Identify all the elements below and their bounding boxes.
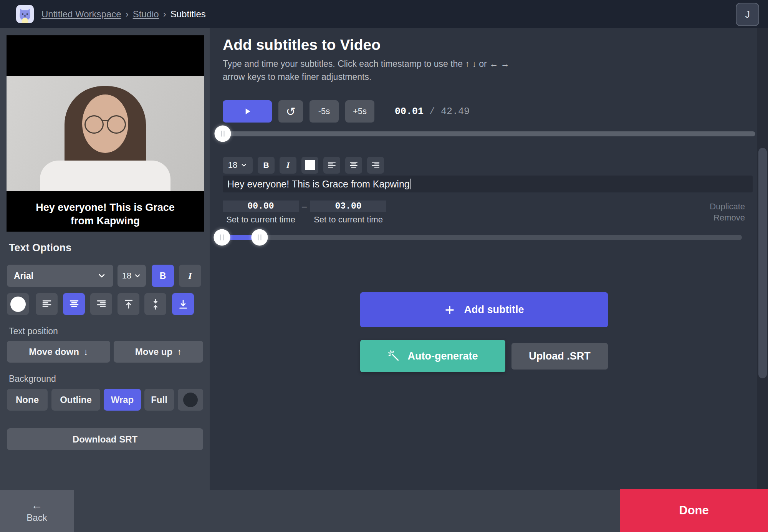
kapwing-logo-icon[interactable] (16, 5, 34, 23)
italic-icon: I (188, 271, 192, 281)
align-right-icon (96, 298, 107, 310)
subtitle-text-value: Hey everyone! This is Grace from Kapwing (227, 179, 410, 190)
subtitle-timing-slider[interactable] (217, 235, 742, 240)
subtitle-font-size-select[interactable]: 18 (223, 157, 253, 174)
glasses-decoration (80, 115, 131, 133)
set-start-to-current-time-link[interactable]: Set to current time (223, 215, 299, 225)
upload-srt-button[interactable]: Upload .SRT (511, 343, 608, 370)
top-bar: Untitled Workspace › Studio › Subtitles … (0, 0, 768, 28)
subtitle-align-center-button[interactable] (345, 157, 362, 174)
bold-button[interactable]: B (152, 265, 174, 287)
breadcrumb-studio-link[interactable]: Studio (133, 9, 159, 20)
timing-start-handle[interactable] (214, 229, 230, 246)
auto-generate-button[interactable]: Auto-generate (360, 340, 505, 372)
move-down-label: Move down (29, 346, 79, 357)
chevron-down-icon (240, 162, 247, 169)
vertical-align-bottom-button[interactable] (172, 293, 194, 315)
bold-icon: B (263, 161, 269, 170)
italic-icon: I (286, 161, 290, 170)
done-button[interactable]: Done (620, 489, 768, 532)
subtitle-italic-button[interactable]: I (280, 157, 296, 174)
play-button[interactable] (223, 100, 272, 123)
color-swatch-dark-icon (183, 393, 198, 407)
video-preview: Hey everyone! This is Grace from Kapwing (7, 35, 204, 232)
main-panel: Add subtitles to Video Type and time you… (210, 28, 757, 490)
breadcrumb-separator: › (163, 9, 166, 20)
text-position-label: Text position (9, 326, 58, 336)
italic-button[interactable]: I (179, 265, 201, 287)
subtitle-toolbar: 18 B I (223, 157, 384, 174)
forward-5s-button[interactable]: +5s (345, 100, 374, 123)
vertical-align-top-icon (123, 298, 134, 310)
remove-link[interactable]: Remove (713, 213, 745, 223)
total-time: 42.49 (441, 106, 470, 117)
background-none-button[interactable]: None (7, 389, 48, 411)
align-center-icon (68, 298, 80, 310)
set-end-to-current-time-link[interactable]: Set to current time (310, 215, 386, 225)
play-icon (242, 106, 252, 116)
font-family-value: Arial (14, 271, 33, 281)
page-description: Type and time your subtitles. Click each… (223, 57, 510, 83)
vertical-align-bottom-icon (177, 298, 189, 310)
breadcrumb-current-page: Subtitles (170, 9, 206, 20)
background-color-button[interactable] (178, 389, 203, 411)
seek-slider[interactable] (217, 131, 755, 136)
text-options-title: Text Options (9, 242, 71, 254)
align-right-button[interactable] (90, 293, 112, 315)
align-center-icon (349, 160, 359, 170)
vertical-align-top-button[interactable] (118, 293, 139, 315)
breadcrumb: Untitled Workspace › Studio › Subtitles (41, 0, 206, 28)
left-sidebar: Hey everyone! This is Grace from Kapwing… (0, 28, 210, 490)
align-center-button[interactable] (63, 293, 85, 315)
align-left-icon (327, 160, 337, 170)
background-wrap-button[interactable]: Wrap (104, 389, 141, 411)
align-left-button[interactable] (36, 293, 58, 315)
subtitle-bold-button[interactable]: B (258, 157, 275, 174)
download-srt-button[interactable]: Download SRT (7, 428, 203, 450)
time-display: 00.01 / 42.49 (395, 106, 470, 117)
align-left-icon (41, 298, 53, 310)
rewind-5s-button[interactable]: -5s (310, 100, 339, 123)
align-right-icon (371, 160, 381, 170)
breadcrumb-workspace-link[interactable]: Untitled Workspace (41, 9, 121, 20)
font-family-select[interactable]: Arial (7, 265, 113, 287)
vertical-align-middle-icon (150, 298, 161, 310)
background-outline-button[interactable]: Outline (51, 389, 100, 411)
start-time-input[interactable]: 00.00 (223, 201, 299, 212)
plus-icon (444, 305, 455, 315)
background-full-button[interactable]: Full (144, 389, 174, 411)
subtitle-align-left-button[interactable] (323, 157, 340, 174)
move-down-button[interactable]: Move down ↓ (7, 341, 110, 363)
arrow-down-icon: ↓ (84, 346, 88, 357)
font-size-select[interactable]: 18 (118, 265, 146, 287)
end-time-input[interactable]: 03.00 (310, 201, 386, 212)
seek-slider-handle[interactable] (215, 126, 231, 142)
time-range-dash: – (302, 201, 307, 212)
vertical-align-middle-button[interactable] (144, 293, 166, 315)
subtitle-align-right-button[interactable] (367, 157, 384, 174)
timing-end-handle[interactable] (252, 229, 268, 246)
page-title: Add subtitles to Video (223, 36, 381, 53)
subtitle-overlay-text: Hey everyone! This is Grace from Kapwing (28, 201, 182, 228)
chevron-down-icon (97, 271, 106, 280)
avatar-initial: J (745, 9, 750, 20)
current-time: 00.01 (395, 106, 424, 117)
text-cursor (410, 179, 411, 189)
color-swatch-white-icon (10, 297, 26, 312)
scrollbar-thumb[interactable] (758, 148, 767, 378)
user-avatar[interactable]: J (736, 3, 759, 26)
cat-logo-icon (18, 8, 31, 23)
move-up-label: Move up (135, 346, 172, 357)
duplicate-link[interactable]: Duplicate (710, 202, 745, 212)
restart-button[interactable]: ↺ (278, 100, 303, 123)
move-up-button[interactable]: Move up ↑ (114, 341, 203, 363)
magic-wand-icon (387, 350, 401, 363)
bold-icon: B (160, 271, 166, 281)
color-swatch-white-icon (305, 160, 315, 170)
text-color-button[interactable] (7, 293, 29, 315)
subtitle-text-input[interactable]: Hey everyone! This is Grace from Kapwing (223, 176, 753, 192)
subtitle-color-button[interactable] (301, 157, 318, 174)
add-subtitle-button[interactable]: Add subtitle (360, 292, 608, 327)
back-button[interactable]: ← Back (0, 490, 74, 532)
restart-icon: ↺ (286, 105, 295, 118)
